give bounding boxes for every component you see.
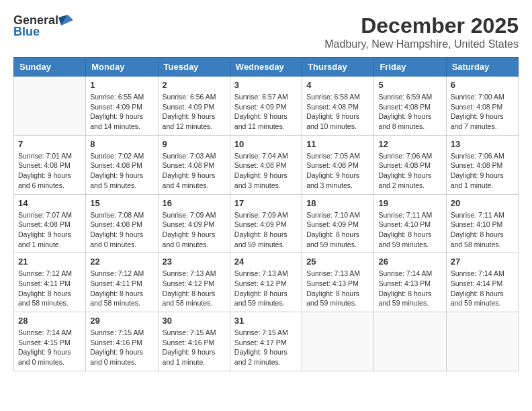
day-info: Sunrise: 7:15 AMSunset: 4:16 PMDaylight:… [90, 328, 153, 367]
calendar-day: 8Sunrise: 7:02 AMSunset: 4:08 PMDaylight… [86, 135, 158, 194]
calendar-day: 4Sunrise: 6:58 AMSunset: 4:08 PMDaylight… [302, 77, 374, 136]
day-info: Sunrise: 6:56 AMSunset: 4:09 PMDaylight:… [163, 92, 226, 132]
day-number: 15 [90, 198, 153, 208]
day-info: Sunrise: 7:14 AMSunset: 4:15 PMDaylight:… [18, 328, 81, 367]
day-number: 8 [90, 139, 153, 149]
day-number: 6 [451, 80, 514, 90]
calendar: SundayMondayTuesdayWednesdayThursdayFrid… [13, 57, 519, 371]
calendar-day [446, 312, 518, 371]
day-number: 31 [234, 316, 298, 326]
day-info: Sunrise: 7:11 AMSunset: 4:10 PMDaylight:… [451, 210, 514, 250]
day-number: 27 [451, 257, 514, 267]
day-number: 13 [451, 139, 514, 149]
day-info: Sunrise: 7:09 AMSunset: 4:09 PMDaylight:… [163, 210, 226, 250]
day-number: 21 [18, 257, 81, 267]
day-number: 9 [163, 139, 226, 149]
calendar-day: 24Sunrise: 7:13 AMSunset: 4:12 PMDayligh… [230, 253, 302, 312]
calendar-day [374, 312, 446, 371]
day-number: 23 [163, 257, 226, 267]
day-info: Sunrise: 7:01 AMSunset: 4:08 PMDaylight:… [18, 151, 81, 191]
calendar-day: 22Sunrise: 7:12 AMSunset: 4:11 PMDayligh… [86, 253, 158, 312]
day-info: Sunrise: 7:13 AMSunset: 4:12 PMDaylight:… [234, 269, 298, 308]
weekday-header-wednesday: Wednesday [230, 58, 302, 77]
day-number: 3 [234, 80, 298, 90]
day-info: Sunrise: 7:12 AMSunset: 4:11 PMDaylight:… [90, 269, 153, 308]
day-info: Sunrise: 7:04 AMSunset: 4:08 PMDaylight:… [234, 151, 298, 191]
day-info: Sunrise: 7:02 AMSunset: 4:08 PMDaylight:… [90, 151, 153, 191]
calendar-day: 21Sunrise: 7:12 AMSunset: 4:11 PMDayligh… [14, 253, 86, 312]
calendar-day [14, 77, 86, 136]
calendar-day: 29Sunrise: 7:15 AMSunset: 4:16 PMDayligh… [86, 312, 158, 371]
day-info: Sunrise: 7:15 AMSunset: 4:17 PMDaylight:… [234, 328, 298, 367]
day-number: 1 [90, 80, 153, 90]
day-info: Sunrise: 6:59 AMSunset: 4:08 PMDaylight:… [378, 92, 441, 132]
calendar-day: 11Sunrise: 7:05 AMSunset: 4:08 PMDayligh… [302, 135, 374, 194]
day-info: Sunrise: 7:13 AMSunset: 4:13 PMDaylight:… [306, 269, 369, 308]
calendar-day: 26Sunrise: 7:14 AMSunset: 4:13 PMDayligh… [374, 253, 446, 312]
day-info: Sunrise: 7:03 AMSunset: 4:08 PMDaylight:… [163, 151, 226, 191]
day-number: 30 [163, 316, 226, 326]
day-info: Sunrise: 7:09 AMSunset: 4:09 PMDaylight:… [234, 210, 298, 250]
logo-icon [58, 14, 73, 28]
calendar-day: 2Sunrise: 6:56 AMSunset: 4:09 PMDaylight… [158, 77, 230, 136]
calendar-week-4: 21Sunrise: 7:12 AMSunset: 4:11 PMDayligh… [14, 253, 519, 312]
day-number: 28 [18, 316, 81, 326]
day-number: 24 [234, 257, 298, 267]
day-info: Sunrise: 7:08 AMSunset: 4:08 PMDaylight:… [90, 210, 153, 250]
weekday-header-monday: Monday [86, 58, 158, 77]
day-info: Sunrise: 6:58 AMSunset: 4:08 PMDaylight:… [306, 92, 369, 132]
day-info: Sunrise: 6:55 AMSunset: 4:09 PMDaylight:… [90, 92, 153, 132]
location-title: Madbury, New Hampshire, United States [324, 38, 519, 50]
day-number: 14 [18, 198, 81, 208]
day-info: Sunrise: 7:00 AMSunset: 4:08 PMDaylight:… [451, 92, 514, 132]
calendar-week-5: 28Sunrise: 7:14 AMSunset: 4:15 PMDayligh… [14, 312, 519, 371]
calendar-day: 19Sunrise: 7:11 AMSunset: 4:10 PMDayligh… [374, 194, 446, 253]
day-number: 12 [378, 139, 441, 149]
day-number: 5 [378, 80, 441, 90]
day-number: 25 [306, 257, 369, 267]
calendar-day: 12Sunrise: 7:06 AMSunset: 4:08 PMDayligh… [374, 135, 446, 194]
day-info: Sunrise: 7:07 AMSunset: 4:08 PMDaylight:… [18, 210, 81, 250]
day-number: 19 [378, 198, 441, 208]
weekday-header-thursday: Thursday [302, 58, 374, 77]
weekday-header-tuesday: Tuesday [158, 58, 230, 77]
calendar-day: 9Sunrise: 7:03 AMSunset: 4:08 PMDaylight… [158, 135, 230, 194]
calendar-day: 18Sunrise: 7:10 AMSunset: 4:09 PMDayligh… [302, 194, 374, 253]
calendar-day: 31Sunrise: 7:15 AMSunset: 4:17 PMDayligh… [230, 312, 302, 371]
calendar-day: 15Sunrise: 7:08 AMSunset: 4:08 PMDayligh… [86, 194, 158, 253]
calendar-day: 25Sunrise: 7:13 AMSunset: 4:13 PMDayligh… [302, 253, 374, 312]
calendar-day: 5Sunrise: 6:59 AMSunset: 4:08 PMDaylight… [374, 77, 446, 136]
day-info: Sunrise: 7:06 AMSunset: 4:08 PMDaylight:… [451, 151, 514, 191]
title-area: December 2025 Madbury, New Hampshire, Un… [324, 13, 519, 50]
day-info: Sunrise: 7:15 AMSunset: 4:16 PMDaylight:… [163, 328, 226, 367]
calendar-day: 13Sunrise: 7:06 AMSunset: 4:08 PMDayligh… [446, 135, 518, 194]
day-number: 16 [163, 198, 226, 208]
day-info: Sunrise: 7:13 AMSunset: 4:12 PMDaylight:… [163, 269, 226, 308]
calendar-day: 14Sunrise: 7:07 AMSunset: 4:08 PMDayligh… [14, 194, 86, 253]
weekday-header-friday: Friday [374, 58, 446, 77]
day-number: 17 [234, 198, 298, 208]
calendar-day: 20Sunrise: 7:11 AMSunset: 4:10 PMDayligh… [446, 194, 518, 253]
day-number: 20 [451, 198, 514, 208]
logo-blue-text: Blue [13, 25, 40, 39]
calendar-day: 3Sunrise: 6:57 AMSunset: 4:09 PMDaylight… [230, 77, 302, 136]
day-info: Sunrise: 7:10 AMSunset: 4:09 PMDaylight:… [306, 210, 369, 250]
calendar-day: 16Sunrise: 7:09 AMSunset: 4:09 PMDayligh… [158, 194, 230, 253]
day-number: 26 [378, 257, 441, 267]
day-number: 4 [306, 80, 369, 90]
day-number: 18 [306, 198, 369, 208]
day-number: 7 [18, 139, 81, 149]
day-number: 22 [90, 257, 153, 267]
day-info: Sunrise: 7:06 AMSunset: 4:08 PMDaylight:… [378, 151, 441, 191]
day-info: Sunrise: 7:12 AMSunset: 4:11 PMDaylight:… [18, 269, 81, 308]
calendar-week-3: 14Sunrise: 7:07 AMSunset: 4:08 PMDayligh… [14, 194, 519, 253]
calendar-week-2: 7Sunrise: 7:01 AMSunset: 4:08 PMDaylight… [14, 135, 519, 194]
day-info: Sunrise: 7:11 AMSunset: 4:10 PMDaylight:… [378, 210, 441, 250]
day-number: 11 [306, 139, 369, 149]
day-number: 2 [163, 80, 226, 90]
day-info: Sunrise: 7:14 AMSunset: 4:14 PMDaylight:… [451, 269, 514, 308]
calendar-day: 30Sunrise: 7:15 AMSunset: 4:16 PMDayligh… [158, 312, 230, 371]
calendar-day: 17Sunrise: 7:09 AMSunset: 4:09 PMDayligh… [230, 194, 302, 253]
calendar-day: 23Sunrise: 7:13 AMSunset: 4:12 PMDayligh… [158, 253, 230, 312]
calendar-week-1: 1Sunrise: 6:55 AMSunset: 4:09 PMDaylight… [14, 77, 519, 136]
